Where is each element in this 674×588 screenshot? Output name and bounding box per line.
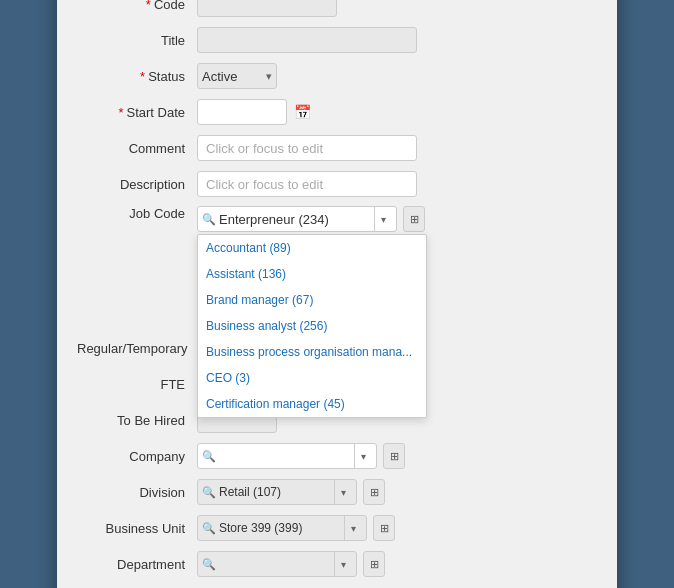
title-input[interactable] (197, 27, 417, 53)
jobcode-search-icon: 🔍 (202, 213, 216, 226)
jobcode-dropdown-list: Accountant (89) Assistant (136) Brand ma… (197, 234, 427, 418)
jobcode-dropdown-arrow[interactable]: ▾ (374, 207, 392, 231)
dropdown-item-ceo[interactable]: CEO (3) (198, 365, 426, 391)
jobcode-container: 🔍 Enterpreneur (234) ▾ ⊞ Accountant (89)… (197, 206, 425, 232)
company-row: Company 🔍 ▾ ⊞ (77, 442, 597, 470)
division-field-row: 🔍 Retail (107) ▾ ⊞ (197, 479, 385, 505)
startdate-required-star: * (118, 105, 123, 120)
description-row: Description Click or focus to edit (77, 170, 597, 198)
dropdown-item-business-analyst[interactable]: Business analyst (256) (198, 313, 426, 339)
fte-label: FTE (77, 377, 197, 392)
company-grid-button[interactable]: ⊞ (383, 443, 405, 469)
code-label: *Code (77, 0, 197, 12)
dropdown-item-cert-manager[interactable]: Certification manager (45) (198, 391, 426, 417)
to-be-hired-label: To Be Hired (77, 413, 197, 428)
dropdown-item-bpo-manager[interactable]: Business process organisation mana... (198, 339, 426, 365)
title-row: Title (77, 26, 597, 54)
jobcode-row: Job Code 🔍 Enterpreneur (234) ▾ ⊞ Accoun… (77, 206, 597, 234)
comment-row: Comment Click or focus to edit (77, 134, 597, 162)
code-row: *Code (77, 0, 597, 18)
department-label: Department (77, 557, 197, 572)
comment-label: Comment (77, 141, 197, 156)
division-field[interactable]: 🔍 Retail (107) ▾ (197, 479, 357, 505)
dept-dropdown-arrow[interactable]: ▾ (334, 552, 352, 576)
start-date-input[interactable]: 04/20/2017 (197, 99, 287, 125)
dropdown-item-brand-manager[interactable]: Brand manager (67) (198, 287, 426, 313)
division-dropdown-arrow[interactable]: ▾ (334, 480, 352, 504)
dept-field[interactable]: 🔍 ▾ (197, 551, 357, 577)
bunit-grid-button[interactable]: ⊞ (373, 515, 395, 541)
dept-grid-button[interactable]: ⊞ (363, 551, 385, 577)
bunit-field-row: 🔍 Store 399 (399) ▾ ⊞ (197, 515, 395, 541)
description-input[interactable]: Click or focus to edit (197, 171, 417, 197)
status-select[interactable]: Active Inactive (197, 63, 277, 89)
status-required-star: * (140, 69, 145, 84)
modal-dialog: Position: *Code Title *Status Active Ina… (57, 0, 617, 588)
title-label: Title (77, 33, 197, 48)
calendar-icon[interactable]: 📅 (291, 101, 313, 123)
jobcode-field[interactable]: 🔍 Enterpreneur (234) ▾ (197, 206, 397, 232)
dropdown-item-accountant[interactable]: Accountant (89) (198, 235, 426, 261)
code-required-star: * (146, 0, 151, 12)
comment-input[interactable]: Click or focus to edit (197, 135, 417, 161)
modal-body: *Code Title *Status Active Inactive (57, 0, 617, 588)
jobcode-field-row: 🔍 Enterpreneur (234) ▾ ⊞ (197, 206, 425, 232)
bunit-field[interactable]: 🔍 Store 399 (399) ▾ (197, 515, 367, 541)
division-row: Division 🔍 Retail (107) ▾ ⊞ (77, 478, 597, 506)
bunit-dropdown-arrow[interactable]: ▾ (344, 516, 362, 540)
company-field-row: 🔍 ▾ ⊞ (197, 443, 405, 469)
description-label: Description (77, 177, 197, 192)
department-row: Department 🔍 ▾ ⊞ (77, 550, 597, 578)
bunit-value: Store 399 (399) (219, 521, 344, 535)
company-label: Company (77, 449, 197, 464)
dept-search-icon: 🔍 (202, 558, 216, 571)
division-search-icon: 🔍 (202, 486, 216, 499)
company-dropdown-arrow[interactable]: ▾ (354, 444, 372, 468)
status-label: *Status (77, 69, 197, 84)
company-field[interactable]: 🔍 ▾ (197, 443, 377, 469)
business-unit-row: Business Unit 🔍 Store 399 (399) ▾ ⊞ (77, 514, 597, 542)
dept-field-row: 🔍 ▾ ⊞ (197, 551, 385, 577)
jobcode-value: Enterpreneur (234) (219, 212, 374, 227)
division-value: Retail (107) (219, 485, 334, 499)
business-unit-label: Business Unit (77, 521, 197, 536)
jobcode-label: Job Code (77, 206, 197, 221)
dropdown-item-assistant[interactable]: Assistant (136) (198, 261, 426, 287)
company-search-icon: 🔍 (202, 450, 216, 463)
start-date-label: *Start Date (77, 105, 197, 120)
division-grid-button[interactable]: ⊞ (363, 479, 385, 505)
status-select-wrapper: Active Inactive (197, 63, 277, 89)
division-label: Division (77, 485, 197, 500)
status-row: *Status Active Inactive (77, 62, 597, 90)
bunit-search-icon: 🔍 (202, 522, 216, 535)
code-input[interactable] (197, 0, 337, 17)
start-date-row: *Start Date 04/20/2017 📅 (77, 98, 597, 126)
regular-temp-label: Regular/Temporary (77, 341, 197, 356)
date-wrapper: 04/20/2017 📅 (197, 99, 313, 125)
jobcode-grid-button[interactable]: ⊞ (403, 206, 425, 232)
